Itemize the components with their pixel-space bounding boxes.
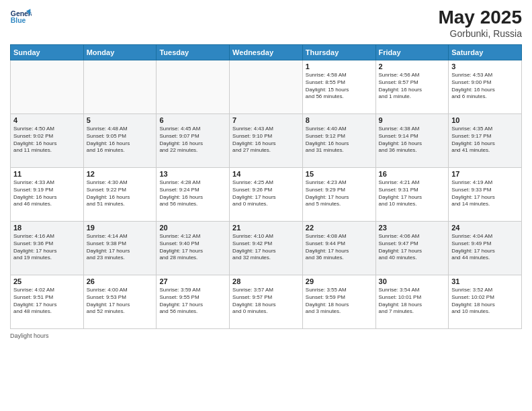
calendar-cell: 17Sunrise: 4:19 AM Sunset: 9:33 PM Dayli… [449,168,522,222]
day-of-week-header: Wednesday [230,45,303,60]
day-number: 23 [379,224,446,232]
calendar-cell: 19Sunrise: 4:14 AM Sunset: 9:38 PM Dayli… [83,222,157,275]
day-info: Sunrise: 4:25 AM Sunset: 9:26 PM Dayligh… [232,179,300,208]
calendar-week-row: 25Sunrise: 4:02 AM Sunset: 9:51 PM Dayli… [11,275,522,329]
calendar-cell [11,60,84,114]
calendar-cell: 30Sunrise: 3:54 AM Sunset: 10:01 PM Dayl… [375,275,449,329]
calendar-cell: 25Sunrise: 4:02 AM Sunset: 9:51 PM Dayli… [11,275,84,329]
logo-icon: General Blue [10,7,32,28]
calendar-cell: 11Sunrise: 4:33 AM Sunset: 9:19 PM Dayli… [11,168,84,222]
calendar-cell: 6Sunrise: 4:45 AM Sunset: 9:07 PM Daylig… [157,114,230,168]
day-info: Sunrise: 4:50 AM Sunset: 9:02 PM Dayligh… [13,126,81,154]
day-number: 17 [451,170,519,178]
day-info: Sunrise: 4:23 AM Sunset: 9:29 PM Dayligh… [306,179,373,208]
calendar-cell: 7Sunrise: 4:43 AM Sunset: 9:10 PM Daylig… [230,114,303,168]
day-info: Sunrise: 4:35 AM Sunset: 9:17 PM Dayligh… [451,126,519,154]
day-info: Sunrise: 4:06 AM Sunset: 9:47 PM Dayligh… [379,233,446,262]
calendar-cell: 23Sunrise: 4:06 AM Sunset: 9:47 PM Dayli… [375,222,449,275]
calendar-cell: 21Sunrise: 4:10 AM Sunset: 9:42 PM Dayli… [230,222,303,275]
day-number: 16 [379,170,446,178]
day-number: 25 [13,277,81,285]
title-block: May 2025 Gorbunki, Russia [438,7,522,39]
location-title: Gorbunki, Russia [438,28,522,39]
day-number: 21 [232,224,300,232]
calendar-cell: 3Sunrise: 4:53 AM Sunset: 9:00 PM Daylig… [449,60,522,114]
day-info: Sunrise: 4:30 AM Sunset: 9:22 PM Dayligh… [87,179,154,208]
calendar-cell: 18Sunrise: 4:16 AM Sunset: 9:36 PM Dayli… [11,222,84,275]
day-number: 30 [379,277,446,285]
day-info: Sunrise: 4:38 AM Sunset: 9:14 PM Dayligh… [379,126,446,154]
calendar-cell: 22Sunrise: 4:08 AM Sunset: 9:44 PM Dayli… [302,222,375,275]
day-number: 24 [451,224,519,232]
day-info: Sunrise: 4:00 AM Sunset: 9:53 PM Dayligh… [87,287,154,316]
day-number: 4 [13,116,81,124]
day-info: Sunrise: 4:45 AM Sunset: 9:07 PM Dayligh… [159,126,226,154]
day-info: Sunrise: 4:21 AM Sunset: 9:31 PM Dayligh… [379,179,446,208]
day-number: 29 [306,277,373,285]
calendar-cell: 14Sunrise: 4:25 AM Sunset: 9:26 PM Dayli… [230,168,303,222]
day-info: Sunrise: 4:04 AM Sunset: 9:49 PM Dayligh… [451,233,519,262]
calendar-week-row: 18Sunrise: 4:16 AM Sunset: 9:36 PM Dayli… [11,222,522,275]
day-info: Sunrise: 4:02 AM Sunset: 9:51 PM Dayligh… [13,287,81,316]
day-info: Sunrise: 3:59 AM Sunset: 9:55 PM Dayligh… [159,287,226,316]
day-info: Sunrise: 4:12 AM Sunset: 9:40 PM Dayligh… [159,233,226,262]
calendar-header-row: SundayMondayTuesdayWednesdayThursdayFrid… [11,45,522,60]
day-info: Sunrise: 3:55 AM Sunset: 9:59 PM Dayligh… [306,287,373,316]
calendar-cell: 26Sunrise: 4:00 AM Sunset: 9:53 PM Dayli… [83,275,157,329]
day-number: 19 [87,224,154,232]
calendar-cell: 15Sunrise: 4:23 AM Sunset: 9:29 PM Dayli… [302,168,375,222]
calendar-cell: 27Sunrise: 3:59 AM Sunset: 9:55 PM Dayli… [157,275,230,329]
day-info: Sunrise: 4:14 AM Sunset: 9:38 PM Dayligh… [87,233,154,262]
calendar-cell: 8Sunrise: 4:40 AM Sunset: 9:12 PM Daylig… [302,114,375,168]
day-number: 14 [232,170,300,178]
day-number: 5 [87,116,154,124]
calendar-week-row: 11Sunrise: 4:33 AM Sunset: 9:19 PM Dayli… [11,168,522,222]
day-number: 11 [13,170,81,178]
calendar-cell: 12Sunrise: 4:30 AM Sunset: 9:22 PM Dayli… [83,168,157,222]
day-info: Sunrise: 4:40 AM Sunset: 9:12 PM Dayligh… [306,126,373,154]
day-number: 27 [159,277,226,285]
day-number: 22 [306,224,373,232]
day-of-week-header: Monday [83,45,157,60]
calendar-cell: 5Sunrise: 4:48 AM Sunset: 9:05 PM Daylig… [83,114,157,168]
day-number: 3 [451,62,519,71]
calendar-cell [83,60,157,114]
day-info: Sunrise: 4:08 AM Sunset: 9:44 PM Dayligh… [306,233,373,262]
calendar-cell: 28Sunrise: 3:57 AM Sunset: 9:57 PM Dayli… [230,275,303,329]
day-info: Sunrise: 3:54 AM Sunset: 10:01 PM Daylig… [379,287,446,316]
calendar-cell: 29Sunrise: 3:55 AM Sunset: 9:59 PM Dayli… [302,275,375,329]
day-number: 6 [159,116,226,124]
day-number: 9 [379,116,446,124]
day-number: 31 [451,277,519,285]
footer-note: Daylight hours [10,332,522,339]
day-of-week-header: Sunday [11,45,84,60]
day-of-week-header: Thursday [302,45,375,60]
calendar-cell: 1Sunrise: 4:58 AM Sunset: 8:55 PM Daylig… [302,60,375,114]
day-number: 26 [87,277,154,285]
day-number: 2 [379,62,446,71]
calendar-week-row: 4Sunrise: 4:50 AM Sunset: 9:02 PM Daylig… [11,114,522,168]
day-info: Sunrise: 3:52 AM Sunset: 10:02 PM Daylig… [451,287,519,316]
logo: General Blue [10,7,34,28]
calendar-cell: 10Sunrise: 4:35 AM Sunset: 9:17 PM Dayli… [449,114,522,168]
header: General Blue May 2025 Gorbunki, Russia [10,7,522,39]
day-info: Sunrise: 4:16 AM Sunset: 9:36 PM Dayligh… [13,233,81,262]
day-number: 18 [13,224,81,232]
day-number: 13 [159,170,226,178]
calendar-table: SundayMondayTuesdayWednesdayThursdayFrid… [10,44,522,329]
day-info: Sunrise: 4:48 AM Sunset: 9:05 PM Dayligh… [87,126,154,154]
day-info: Sunrise: 4:56 AM Sunset: 8:57 PM Dayligh… [379,72,446,101]
day-number: 12 [87,170,154,178]
day-info: Sunrise: 4:58 AM Sunset: 8:55 PM Dayligh… [306,72,373,101]
day-of-week-header: Tuesday [157,45,230,60]
page: General Blue May 2025 Gorbunki, Russia S… [0,0,532,411]
day-number: 7 [232,116,300,124]
calendar-cell: 24Sunrise: 4:04 AM Sunset: 9:49 PM Dayli… [449,222,522,275]
day-info: Sunrise: 4:33 AM Sunset: 9:19 PM Dayligh… [13,179,81,208]
calendar-cell: 31Sunrise: 3:52 AM Sunset: 10:02 PM Dayl… [449,275,522,329]
svg-text:Blue: Blue [11,17,26,24]
day-info: Sunrise: 4:10 AM Sunset: 9:42 PM Dayligh… [232,233,300,262]
day-number: 15 [306,170,373,178]
calendar-cell [157,60,230,114]
calendar-cell: 9Sunrise: 4:38 AM Sunset: 9:14 PM Daylig… [375,114,449,168]
